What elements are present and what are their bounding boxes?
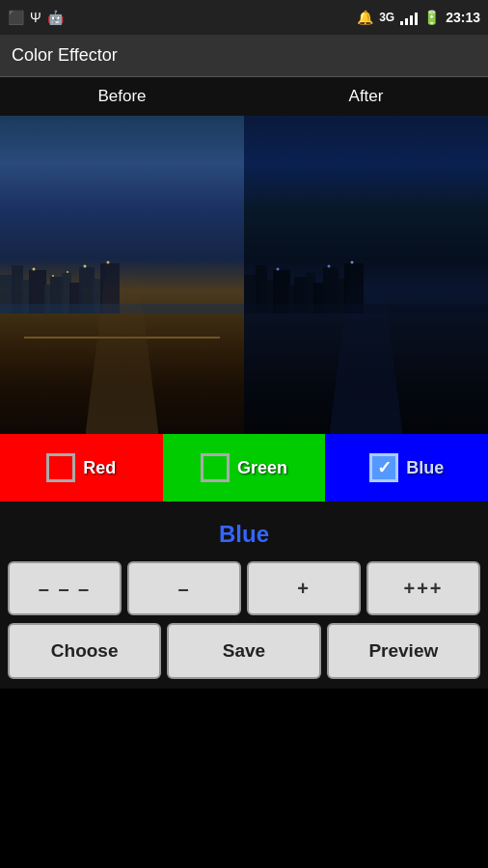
adjustment-buttons-row: – – – – + +++	[0, 561, 488, 615]
increase-small-button[interactable]: +	[247, 561, 361, 615]
app-title: Color Effector	[12, 45, 118, 66]
network-icon: 3G	[379, 11, 394, 24]
red-checkbox[interactable]	[46, 453, 75, 482]
blue-checkbox[interactable]	[369, 453, 398, 482]
status-right: 🔔 3G 🔋 23:13	[357, 10, 480, 25]
increase-large-button[interactable]: +++	[366, 561, 480, 615]
red-label: Red	[83, 458, 116, 478]
before-image	[0, 116, 244, 434]
after-bg	[244, 116, 488, 434]
svg-point-29	[277, 267, 280, 270]
android-icon: 🤖	[47, 10, 64, 25]
image-area	[0, 116, 488, 434]
action-buttons-row: Choose Save Preview	[0, 623, 488, 679]
signal-bars	[400, 10, 418, 25]
save-button[interactable]: Save	[167, 623, 320, 679]
status-bar: ⬛ Ψ 🤖 🔔 3G 🔋 23:13	[0, 0, 488, 35]
clock: 23:13	[446, 10, 480, 25]
svg-point-12	[33, 267, 36, 270]
color-option-green[interactable]: Green	[163, 434, 326, 502]
blue-label: Blue	[406, 458, 444, 478]
svg-point-15	[52, 275, 54, 277]
after-image	[244, 116, 488, 434]
selected-color-display: Blue	[0, 511, 488, 561]
green-checkbox[interactable]	[201, 453, 230, 482]
before-after-row: Before After	[0, 77, 488, 116]
status-icons-left: ⬛ Ψ 🤖	[8, 10, 64, 25]
green-label: Green	[237, 458, 287, 478]
title-bar: Color Effector	[0, 35, 488, 77]
bell-icon: 🔔	[357, 10, 373, 25]
svg-point-16	[67, 271, 68, 273]
preview-button[interactable]: Preview	[327, 623, 480, 679]
decrease-small-button[interactable]: –	[127, 561, 241, 615]
color-option-blue[interactable]: Blue	[325, 434, 488, 502]
controls-area: Blue – – – – + +++ Choose Save Preview	[0, 502, 488, 689]
svg-point-13	[84, 264, 87, 267]
svg-point-30	[328, 264, 331, 267]
color-option-red[interactable]: Red	[0, 434, 163, 502]
color-selector[interactable]: Red Green Blue	[0, 434, 488, 502]
before-label: Before	[0, 77, 244, 116]
usb-icon: ⬛	[8, 10, 24, 25]
usb-debug-icon: Ψ	[30, 10, 41, 25]
choose-button[interactable]: Choose	[8, 623, 161, 679]
before-bg	[0, 116, 244, 434]
after-label: After	[244, 77, 488, 116]
decrease-large-button[interactable]: – – –	[8, 561, 122, 615]
battery-icon: 🔋	[423, 10, 440, 25]
